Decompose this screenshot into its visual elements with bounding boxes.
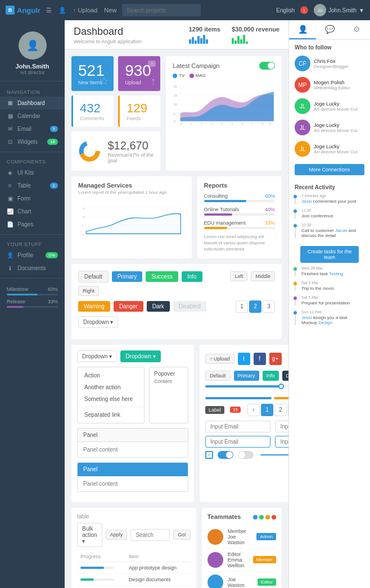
input-email-2[interactable] <box>275 421 288 432</box>
dark-button[interactable]: Dark <box>147 301 170 312</box>
form-icon: ▣ <box>7 195 13 202</box>
teammates-card: Teammates Member Joe Waston <box>202 508 282 588</box>
dropdown-small[interactable]: Dropdown ▾ <box>78 316 118 328</box>
go-button[interactable]: Go! <box>173 530 191 540</box>
success-button[interactable]: Success <box>146 271 178 282</box>
page-2-button[interactable]: 2 <box>249 300 261 313</box>
search-input[interactable] <box>122 4 201 16</box>
item-cell-1: App prototype design <box>125 562 191 573</box>
sidebar-item-widgets[interactable]: ⊡ Widgets 18 <box>0 135 65 148</box>
page-1[interactable]: 1 <box>261 404 273 416</box>
input-email-3[interactable] <box>205 436 270 448</box>
table-controls: Bulk action ▾ Apply Go! <box>77 523 191 547</box>
revenue-amount: $12,670 <box>107 139 154 152</box>
brand-logo: B Angulr <box>6 6 40 15</box>
right-button[interactable]: Right <box>78 286 99 296</box>
sidebar-item-uikits[interactable]: ◈ UI Kits <box>0 166 65 179</box>
right-tab-chat[interactable]: 💬 <box>316 20 343 39</box>
follow-name-1: Chris Fox <box>314 58 349 64</box>
sidebar-item-documents[interactable]: ℹ Documents <box>0 262 65 275</box>
user-menu[interactable]: JS John.Smith▼ <box>314 4 364 16</box>
table-search-input[interactable] <box>130 529 170 541</box>
input-email-1[interactable] <box>205 421 270 432</box>
middle-button[interactable]: Middle <box>251 271 275 281</box>
dropdown-menu-1: Action Another action Someting else here… <box>77 367 145 423</box>
dark-btn-2[interactable]: Dark <box>282 371 288 381</box>
label-count-badge: 15 <box>230 407 241 413</box>
dropdown-left[interactable]: Dropdown ▾ <box>77 350 117 362</box>
slider-control[interactable] <box>260 454 288 455</box>
sidebar-item-profile[interactable]: 👤 Profile 0% <box>0 249 65 262</box>
sidebar-divider-2 <box>0 234 65 235</box>
create-tasks-button[interactable]: Create tasks for the team <box>300 246 359 263</box>
sidebar-item-dashboard[interactable]: ⊞ Dashboard <box>0 97 65 110</box>
dropdown-something[interactable]: Someting else here <box>78 393 144 405</box>
svg-text:0: 0 <box>181 122 182 125</box>
more-connections-button[interactable]: More Connections <box>295 164 364 175</box>
milestone-bar-2 <box>7 306 58 308</box>
google-button[interactable]: g+ <box>269 353 282 365</box>
new-button[interactable]: New <box>104 7 116 13</box>
page-3-button[interactable]: 3 <box>263 300 275 313</box>
campaign-toggle[interactable] <box>259 62 275 70</box>
prev-page[interactable]: ‹ <box>247 404 260 416</box>
sidebar-item-form[interactable]: ▣ Form <box>0 192 65 205</box>
bulk-action-dropdown[interactable]: Bulk action ▾ <box>77 523 102 547</box>
user-icon[interactable]: 👤 <box>58 7 66 14</box>
dropdown-another-action[interactable]: Another action <box>78 381 144 393</box>
warning-button[interactable]: Warning <box>78 301 110 312</box>
right-tab-profile[interactable]: 👤 <box>289 20 316 39</box>
sidebar-item-email[interactable]: ✉ Email 5 <box>0 122 65 135</box>
svg-text:10: 10 <box>82 216 85 218</box>
notification-badge[interactable]: 1 <box>300 6 308 14</box>
danger-button[interactable]: Danger <box>114 301 143 312</box>
teammate-row-3: Joe Waston Editor <box>207 572 276 588</box>
info-btn-2[interactable]: Info <box>263 371 279 381</box>
teammate-row-2: Editor Emma Wellton Member <box>207 549 276 572</box>
toggle-on[interactable] <box>218 451 233 459</box>
language-selector[interactable]: English <box>276 7 295 13</box>
feeds-number: 129 <box>127 101 154 116</box>
right-tab-settings[interactable]: ⚙ <box>343 20 370 39</box>
main-content: Dashboard Welcome to Angulr application … <box>65 20 288 588</box>
calendar-icon: ▦ <box>7 113 13 119</box>
checkbox-1[interactable]: ✓ <box>205 451 213 459</box>
sidebar-item-calendar[interactable]: ▦ Calendar <box>0 110 65 122</box>
revenue-card: $12,670 Revenue/47% of the goal <box>71 131 160 171</box>
default-button[interactable]: Default <box>78 271 109 282</box>
colored-bar-orange <box>274 397 288 399</box>
activity-item-2: 11:30 Join conference <box>295 208 364 218</box>
apply-button[interactable]: Apply <box>106 530 128 540</box>
facebook-button[interactable]: f <box>254 353 266 365</box>
progress-dot[interactable] <box>278 384 284 389</box>
hamburger-icon[interactable]: ☰ <box>46 7 52 14</box>
teammate-avatar-2 <box>207 552 223 568</box>
svg-point-2 <box>86 148 93 155</box>
primary-btn-2[interactable]: Primary <box>234 371 259 381</box>
default-btn-2[interactable]: Default <box>205 371 231 381</box>
sidebar-divider-1 <box>0 152 65 152</box>
upload-button[interactable]: ↑ Upload <box>205 354 234 364</box>
sidebar-label-documents: Documents <box>17 265 46 271</box>
dropdown-right[interactable]: Dropdown ▾ <box>120 350 160 362</box>
sidebar-item-table[interactable]: ≡ Table 2 <box>0 179 65 192</box>
primary-button[interactable]: Primary <box>112 271 142 282</box>
twitter-button[interactable]: t <box>238 353 250 365</box>
dropdown-action[interactable]: Action <box>78 370 144 381</box>
email-badge: 5 <box>50 126 58 132</box>
follow-desc-4: Art director Movie Cut <box>314 128 357 133</box>
page-2[interactable]: 2 <box>274 404 287 416</box>
page-1-button[interactable]: 1 <box>236 300 248 313</box>
right-panel: 👤 💬 ⚙ Who to follow CF Chris Fox Designe… <box>288 20 370 588</box>
dropdown-separated-link[interactable]: Separated link <box>78 409 144 421</box>
sidebar-item-pages[interactable]: 📄 Pages <box>0 218 65 231</box>
upload-button[interactable]: ↑ Upload <box>73 7 97 13</box>
legend-mag: MAG <box>189 73 206 78</box>
email-icon: ✉ <box>7 126 13 132</box>
sidebar-item-chart[interactable]: 📈 Chart <box>0 205 65 218</box>
input-email-4[interactable] <box>275 436 288 448</box>
toggle-off[interactable] <box>238 451 254 459</box>
left-button[interactable]: Left <box>230 271 247 281</box>
info-button[interactable]: Info <box>182 271 202 282</box>
data-table: Progress Item App prototype design <box>77 551 191 588</box>
